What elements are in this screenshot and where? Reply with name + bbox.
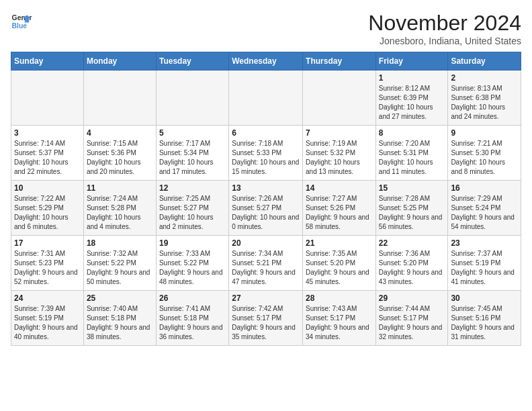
day-number: 23 — [451, 238, 518, 248]
day-info: Sunrise: 7:42 AM Sunset: 5:17 PM Dayligh… — [232, 304, 300, 342]
calendar-cell: 28Sunrise: 7:43 AM Sunset: 5:17 PM Dayli… — [303, 291, 376, 346]
weekday-header-thursday: Thursday — [303, 52, 376, 71]
header: General Blue November 2024 Jonesboro, In… — [11, 11, 521, 46]
day-info: Sunrise: 7:21 AM Sunset: 5:30 PM Dayligh… — [451, 139, 518, 177]
day-number: 13 — [232, 183, 300, 193]
day-number: 10 — [14, 183, 81, 193]
day-info: Sunrise: 7:35 AM Sunset: 5:20 PM Dayligh… — [306, 249, 373, 287]
calendar-week-1: 1Sunrise: 8:12 AM Sunset: 6:39 PM Daylig… — [11, 71, 521, 126]
day-info: Sunrise: 7:19 AM Sunset: 5:32 PM Dayligh… — [306, 139, 373, 177]
day-info: Sunrise: 8:13 AM Sunset: 6:38 PM Dayligh… — [451, 84, 518, 122]
calendar-cell: 21Sunrise: 7:35 AM Sunset: 5:20 PM Dayli… — [303, 236, 376, 291]
weekday-header-monday: Monday — [83, 52, 156, 71]
calendar-cell — [83, 71, 156, 126]
day-number: 7 — [306, 128, 373, 138]
day-number: 16 — [451, 183, 518, 193]
day-info: Sunrise: 7:45 AM Sunset: 5:16 PM Dayligh… — [451, 304, 518, 342]
day-info: Sunrise: 7:14 AM Sunset: 5:37 PM Dayligh… — [14, 139, 81, 177]
day-number: 11 — [87, 183, 153, 193]
weekday-header-wednesday: Wednesday — [229, 52, 303, 71]
day-number: 27 — [232, 293, 300, 303]
calendar-cell: 9Sunrise: 7:21 AM Sunset: 5:30 PM Daylig… — [448, 126, 521, 181]
calendar-cell: 22Sunrise: 7:36 AM Sunset: 5:20 PM Dayli… — [375, 236, 448, 291]
day-info: Sunrise: 7:18 AM Sunset: 5:33 PM Dayligh… — [232, 139, 300, 177]
calendar-cell: 8Sunrise: 7:20 AM Sunset: 5:31 PM Daylig… — [375, 126, 448, 181]
day-number: 3 — [14, 128, 81, 138]
location: Jonesboro, Indiana, United States — [368, 36, 521, 46]
day-number: 25 — [87, 293, 153, 303]
day-number: 1 — [379, 73, 445, 83]
calendar-week-5: 24Sunrise: 7:39 AM Sunset: 5:19 PM Dayli… — [11, 291, 521, 346]
day-number: 15 — [379, 183, 445, 193]
calendar-cell: 10Sunrise: 7:22 AM Sunset: 5:29 PM Dayli… — [11, 181, 84, 236]
calendar-week-4: 17Sunrise: 7:31 AM Sunset: 5:23 PM Dayli… — [11, 236, 521, 291]
day-number: 6 — [232, 128, 300, 138]
day-info: Sunrise: 7:25 AM Sunset: 5:27 PM Dayligh… — [159, 194, 226, 232]
day-info: Sunrise: 7:36 AM Sunset: 5:20 PM Dayligh… — [379, 249, 445, 287]
day-number: 19 — [159, 238, 226, 248]
weekday-header-row: SundayMondayTuesdayWednesdayThursdayFrid… — [11, 52, 521, 71]
day-number: 17 — [14, 238, 81, 248]
day-info: Sunrise: 7:29 AM Sunset: 5:24 PM Dayligh… — [451, 194, 518, 232]
day-number: 30 — [451, 293, 518, 303]
day-number: 9 — [451, 128, 518, 138]
calendar-cell — [229, 71, 303, 126]
logo: General Blue — [11, 11, 32, 32]
day-info: Sunrise: 7:17 AM Sunset: 5:34 PM Dayligh… — [159, 139, 226, 177]
weekday-header-saturday: Saturday — [448, 52, 521, 71]
weekday-header-tuesday: Tuesday — [156, 52, 228, 71]
day-number: 4 — [87, 128, 153, 138]
calendar-cell: 6Sunrise: 7:18 AM Sunset: 5:33 PM Daylig… — [229, 126, 303, 181]
day-info: Sunrise: 7:41 AM Sunset: 5:18 PM Dayligh… — [159, 304, 226, 342]
calendar-cell — [303, 71, 376, 126]
day-number: 21 — [306, 238, 373, 248]
day-info: Sunrise: 8:12 AM Sunset: 6:39 PM Dayligh… — [379, 84, 445, 122]
day-info: Sunrise: 7:20 AM Sunset: 5:31 PM Dayligh… — [379, 139, 445, 177]
day-number: 24 — [14, 293, 81, 303]
day-info: Sunrise: 7:22 AM Sunset: 5:29 PM Dayligh… — [14, 194, 81, 232]
day-info: Sunrise: 7:27 AM Sunset: 5:26 PM Dayligh… — [306, 194, 373, 232]
calendar-cell — [11, 71, 84, 126]
calendar-cell: 12Sunrise: 7:25 AM Sunset: 5:27 PM Dayli… — [156, 181, 228, 236]
svg-text:Blue: Blue — [12, 22, 28, 30]
day-info: Sunrise: 7:28 AM Sunset: 5:25 PM Dayligh… — [379, 194, 445, 232]
day-info: Sunrise: 7:34 AM Sunset: 5:21 PM Dayligh… — [232, 249, 300, 287]
calendar-week-3: 10Sunrise: 7:22 AM Sunset: 5:29 PM Dayli… — [11, 181, 521, 236]
weekday-header-friday: Friday — [375, 52, 448, 71]
day-info: Sunrise: 7:24 AM Sunset: 5:28 PM Dayligh… — [87, 194, 153, 232]
calendar-cell: 25Sunrise: 7:40 AM Sunset: 5:18 PM Dayli… — [83, 291, 156, 346]
day-number: 29 — [379, 293, 445, 303]
logo-icon: General Blue — [11, 11, 32, 32]
day-number: 12 — [159, 183, 226, 193]
day-number: 20 — [232, 238, 300, 248]
calendar-cell — [156, 71, 228, 126]
day-number: 5 — [159, 128, 226, 138]
calendar-cell: 19Sunrise: 7:33 AM Sunset: 5:22 PM Dayli… — [156, 236, 228, 291]
day-info: Sunrise: 7:40 AM Sunset: 5:18 PM Dayligh… — [87, 304, 153, 342]
day-number: 2 — [451, 73, 518, 83]
calendar-cell: 26Sunrise: 7:41 AM Sunset: 5:18 PM Dayli… — [156, 291, 228, 346]
day-number: 22 — [379, 238, 445, 248]
day-info: Sunrise: 7:32 AM Sunset: 5:22 PM Dayligh… — [87, 249, 153, 287]
day-info: Sunrise: 7:39 AM Sunset: 5:19 PM Dayligh… — [14, 304, 81, 342]
weekday-header-sunday: Sunday — [11, 52, 84, 71]
calendar-cell: 3Sunrise: 7:14 AM Sunset: 5:37 PM Daylig… — [11, 126, 84, 181]
calendar-cell: 4Sunrise: 7:15 AM Sunset: 5:36 PM Daylig… — [83, 126, 156, 181]
calendar-cell: 18Sunrise: 7:32 AM Sunset: 5:22 PM Dayli… — [83, 236, 156, 291]
month-title: November 2024 — [368, 11, 521, 36]
day-number: 18 — [87, 238, 153, 248]
day-info: Sunrise: 7:33 AM Sunset: 5:22 PM Dayligh… — [159, 249, 226, 287]
day-info: Sunrise: 7:26 AM Sunset: 5:27 PM Dayligh… — [232, 194, 300, 232]
calendar-cell: 2Sunrise: 8:13 AM Sunset: 6:38 PM Daylig… — [448, 71, 521, 126]
calendar-cell: 1Sunrise: 8:12 AM Sunset: 6:39 PM Daylig… — [375, 71, 448, 126]
day-number: 8 — [379, 128, 445, 138]
calendar-cell: 7Sunrise: 7:19 AM Sunset: 5:32 PM Daylig… — [303, 126, 376, 181]
title-section: November 2024 Jonesboro, Indiana, United… — [368, 11, 521, 46]
day-info: Sunrise: 7:43 AM Sunset: 5:17 PM Dayligh… — [306, 304, 373, 342]
calendar-cell: 20Sunrise: 7:34 AM Sunset: 5:21 PM Dayli… — [229, 236, 303, 291]
calendar-cell: 23Sunrise: 7:37 AM Sunset: 5:19 PM Dayli… — [448, 236, 521, 291]
calendar-cell: 13Sunrise: 7:26 AM Sunset: 5:27 PM Dayli… — [229, 181, 303, 236]
day-info: Sunrise: 7:31 AM Sunset: 5:23 PM Dayligh… — [14, 249, 81, 287]
calendar-cell: 17Sunrise: 7:31 AM Sunset: 5:23 PM Dayli… — [11, 236, 84, 291]
calendar-cell: 15Sunrise: 7:28 AM Sunset: 5:25 PM Dayli… — [375, 181, 448, 236]
